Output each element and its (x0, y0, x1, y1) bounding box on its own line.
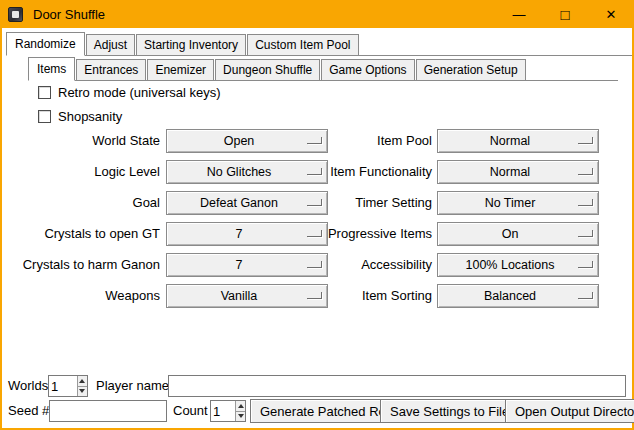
item-functionality-dropdown[interactable]: Normal (437, 160, 599, 184)
player-names-label: Player names (96, 375, 175, 397)
inner-tabbar: Items Entrances Enemizer Dungeon Shuffle… (28, 57, 618, 81)
stepper-down-button[interactable] (236, 411, 245, 422)
tab-game-options[interactable]: Game Options (321, 59, 414, 80)
dropdown-value: 100% Locations (466, 258, 571, 272)
app-icon[interactable] (8, 7, 23, 22)
window-title: Door Shuffle (33, 7, 105, 22)
tab-label: Generation Setup (424, 63, 518, 77)
retro-mode-checkbox[interactable]: Retro mode (universal keys) (38, 85, 221, 100)
weapons-label: Weapons (2, 284, 160, 308)
crystals-gt-label: Crystals to open GT (2, 222, 160, 246)
worlds-input[interactable] (49, 376, 77, 396)
stepper-arrows (235, 401, 245, 421)
dropdown-value: On (502, 227, 535, 241)
dropdown-value: Balanced (484, 289, 552, 303)
stepper-down-button[interactable] (78, 386, 87, 397)
count-label: Count (173, 400, 208, 422)
worlds-label: Worlds (8, 375, 48, 397)
checkbox-label: Shopsanity (58, 109, 122, 124)
item-pool-label: Item Pool (252, 129, 432, 153)
dropdown-indicator-icon (578, 261, 593, 268)
arrow-up-icon (238, 404, 244, 408)
crystals-ganon-label: Crystals to harm Ganon (2, 253, 160, 277)
window-content: Randomize Adjust Starting Inventory Cust… (2, 28, 632, 428)
tab-label: Randomize (15, 37, 76, 51)
close-icon: ✕ (606, 7, 617, 22)
tab-custom-item-pool[interactable]: Custom Item Pool (247, 34, 358, 55)
minimize-icon: — (513, 7, 526, 22)
minimize-button[interactable]: — (496, 0, 542, 28)
tab-label: Dungeon Shuffle (223, 63, 312, 77)
logic-level-label: Logic Level (2, 160, 160, 184)
save-settings-button[interactable]: Save Settings to File (380, 399, 519, 423)
item-functionality-label: Item Functionality (252, 160, 432, 184)
timer-setting-dropdown[interactable]: No Timer (437, 191, 599, 215)
tab-adjust[interactable]: Adjust (86, 34, 135, 55)
tab-randomize[interactable]: Randomize (6, 32, 85, 56)
tab-label: Custom Item Pool (255, 38, 350, 52)
tab-dungeon-shuffle[interactable]: Dungeon Shuffle (215, 59, 320, 80)
progressive-items-dropdown[interactable]: On (437, 222, 599, 246)
shopsanity-checkbox[interactable]: Shopsanity (38, 109, 122, 124)
dropdown-indicator-icon (578, 137, 593, 144)
dropdown-indicator-icon (578, 199, 593, 206)
arrow-down-icon (238, 414, 244, 418)
dropdown-indicator-icon (578, 292, 593, 299)
tab-label: Starting Inventory (144, 38, 238, 52)
tab-label: Items (37, 62, 66, 76)
stepper-up-button[interactable] (78, 376, 87, 386)
checkbox-box (38, 86, 51, 99)
goal-label: Goal (2, 191, 160, 215)
count-stepper[interactable] (210, 400, 246, 422)
worlds-stepper[interactable] (48, 375, 88, 397)
checkbox-label: Retro mode (universal keys) (58, 85, 221, 100)
titlebar[interactable]: Door Shuffle — □ ✕ (0, 0, 634, 28)
world-state-label: World State (2, 129, 160, 153)
tab-generation-setup[interactable]: Generation Setup (416, 59, 526, 80)
tab-label: Enemizer (155, 63, 206, 77)
outer-tabbar: Randomize Adjust Starting Inventory Cust… (6, 32, 632, 56)
maximize-icon: □ (560, 7, 569, 22)
seed-input[interactable] (49, 400, 167, 422)
seed-label: Seed # (8, 400, 49, 422)
window-controls: — □ ✕ (496, 0, 634, 28)
open-output-directory-button[interactable]: Open Output Directory (505, 399, 634, 423)
close-button[interactable]: ✕ (588, 0, 634, 28)
tab-label: Adjust (94, 38, 127, 52)
dropdown-value: Normal (490, 165, 546, 179)
app-window: Door Shuffle — □ ✕ Randomize Adjust Star… (0, 0, 634, 430)
dropdown-value: Normal (490, 134, 546, 148)
accessibility-label: Accessibility (252, 253, 432, 277)
progressive-items-label: Progressive Items (252, 222, 432, 246)
item-pool-dropdown[interactable]: Normal (437, 129, 599, 153)
stepper-arrows (77, 376, 87, 396)
dropdown-indicator-icon (578, 168, 593, 175)
arrow-up-icon (79, 379, 85, 383)
accessibility-dropdown[interactable]: 100% Locations (437, 253, 599, 277)
item-sorting-label: Item Sorting (252, 284, 432, 308)
dropdown-indicator-icon (578, 230, 593, 237)
tab-label: Game Options (329, 63, 406, 77)
tab-label: Entrances (84, 63, 138, 77)
arrow-down-icon (79, 389, 85, 393)
dropdown-value: No Timer (485, 196, 552, 210)
count-input[interactable] (211, 401, 235, 421)
tab-entrances[interactable]: Entrances (76, 59, 146, 80)
tab-enemizer[interactable]: Enemizer (147, 59, 214, 80)
tab-items[interactable]: Items (28, 57, 75, 81)
checkbox-box (38, 110, 51, 123)
item-sorting-dropdown[interactable]: Balanced (437, 284, 599, 308)
timer-setting-label: Timer Setting (252, 191, 432, 215)
maximize-button[interactable]: □ (542, 0, 588, 28)
player-names-input[interactable] (168, 375, 626, 397)
tab-starting-inventory[interactable]: Starting Inventory (136, 34, 246, 55)
stepper-up-button[interactable] (236, 401, 245, 411)
